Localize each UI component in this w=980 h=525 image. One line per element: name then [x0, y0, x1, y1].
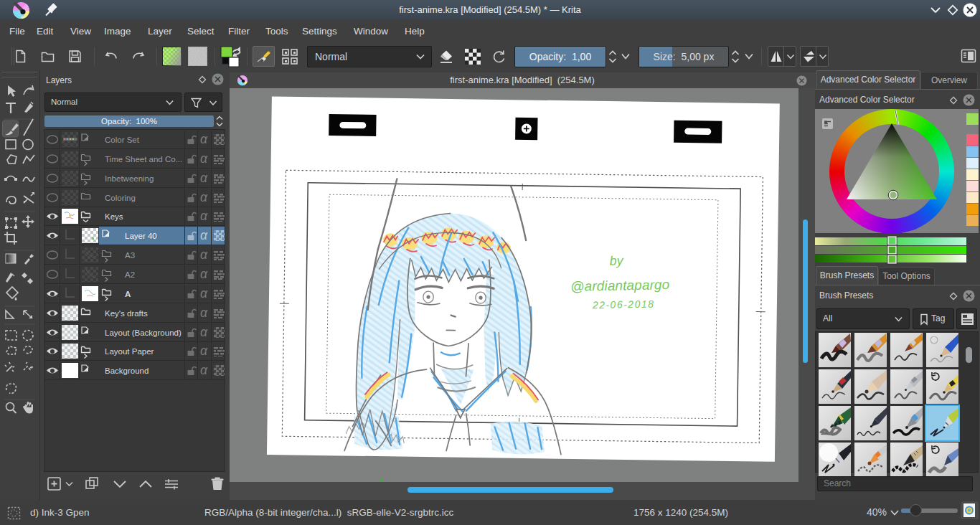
svg-text:22-06-2018: 22-06-2018	[592, 298, 655, 311]
svg-text:by: by	[609, 253, 623, 268]
svg-text:@ardiantapargo: @ardiantapargo	[570, 277, 669, 294]
